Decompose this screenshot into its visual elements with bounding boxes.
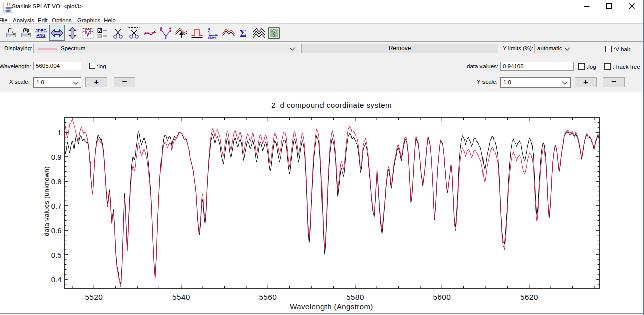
svg-text:0.4: 0.4 — [51, 275, 62, 284]
svg-text:0.5: 0.5 — [51, 251, 62, 259]
svg-text:0.8: 0.8 — [51, 177, 62, 186]
svg-text:5600: 5600 — [433, 293, 451, 301]
svg-text:0.9: 0.9 — [51, 153, 62, 161]
svg-text:5540: 5540 — [172, 293, 190, 301]
svg-text:data values (unknown): data values (unknown) — [43, 166, 50, 236]
svg-text:5520: 5520 — [85, 293, 103, 301]
svg-text:1: 1 — [57, 128, 61, 137]
svg-text:Wavelength (Angstrom): Wavelength (Angstrom) — [290, 302, 373, 311]
svg-text:0.7: 0.7 — [51, 202, 62, 210]
svg-text:0.6: 0.6 — [51, 226, 62, 235]
svg-text:2–d compound coordinate system: 2–d compound coordinate system — [271, 101, 392, 109]
svg-text:5620: 5620 — [520, 293, 538, 301]
svg-text:5580: 5580 — [346, 293, 364, 301]
svg-text:5560: 5560 — [259, 293, 277, 301]
